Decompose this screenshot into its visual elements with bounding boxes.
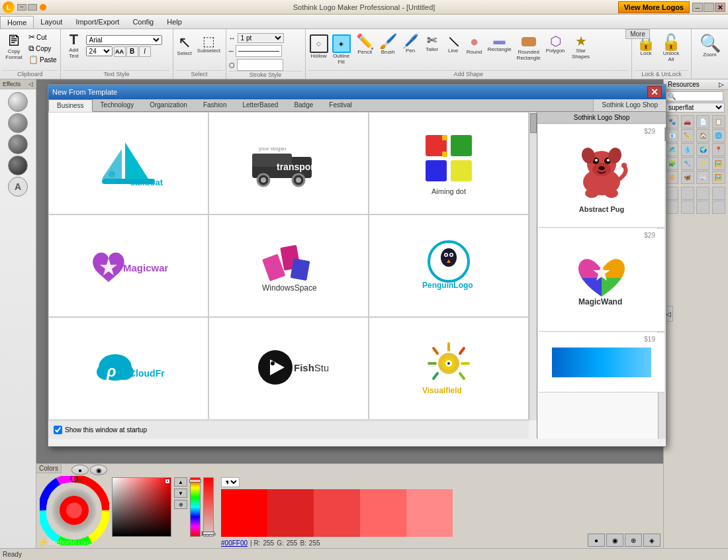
resource-icon-15[interactable]: ⚡ — [696, 157, 709, 170]
outlinefill-button[interactable]: ◈ Outline Fill — [331, 33, 352, 66]
wintitle-minimize[interactable]: ─ — [692, 3, 703, 12]
rectangle-button[interactable]: ▬ Rectangle — [486, 33, 513, 54]
star-button[interactable]: ★ Star Shapes — [569, 33, 593, 61]
resource-icon-25[interactable] — [665, 201, 678, 214]
tab-technology[interactable]: Technology — [93, 99, 142, 111]
tab-festival[interactable]: Festival — [321, 99, 359, 111]
resource-icon-3[interactable]: 📄 — [696, 115, 709, 128]
color-action-2[interactable]: ◉ — [606, 534, 623, 547]
resource-icon-11[interactable]: 🌍 — [696, 143, 709, 156]
resource-icon-14[interactable]: 🔧 — [681, 157, 694, 170]
resource-icon-7[interactable]: 🏠 — [696, 129, 709, 142]
resources-search[interactable] — [665, 91, 723, 101]
wintitle-close[interactable]: ✕ — [715, 3, 725, 12]
resource-icon-21[interactable] — [665, 187, 678, 200]
resource-icon-28[interactable] — [712, 201, 725, 214]
copy-format-button[interactable]: 🖹 Copy Format — [2, 32, 26, 62]
swatch-2[interactable] — [267, 489, 314, 537]
view-more-button[interactable]: View More Logos — [618, 1, 690, 13]
stroke-line-select[interactable] — [236, 45, 282, 57]
menu-home[interactable]: Home — [0, 16, 34, 28]
select-button[interactable]: ↖ Select — [176, 33, 193, 70]
effects-collapse[interactable]: ◁ — [28, 81, 33, 87]
template-aiming-dot[interactable]: Aiming dot — [369, 112, 529, 214]
picker-down-btn[interactable]: ▼ — [174, 489, 187, 498]
resource-icon-18[interactable]: 🦋 — [681, 171, 694, 184]
color-btn-2[interactable]: ◉ — [90, 465, 107, 475]
tab-organization[interactable]: Organization — [142, 99, 195, 111]
effect-blur[interactable] — [8, 134, 28, 154]
tab-fashion[interactable]: Fashion — [195, 99, 235, 111]
swatch-4[interactable] — [360, 489, 406, 537]
resource-icon-13[interactable]: 🧩 — [665, 157, 678, 170]
swatch-1[interactable] — [221, 489, 267, 537]
resource-icon-12[interactable]: 📍 — [712, 143, 725, 156]
resource-icon-17[interactable]: 🔅 — [665, 171, 678, 184]
add-text-button[interactable]: T AddText — [64, 30, 85, 61]
resource-icon-6[interactable]: ✏️ — [681, 129, 694, 142]
dialog-close-button[interactable]: ✕ — [647, 86, 662, 98]
hex-value[interactable]: #00FF00 — [221, 539, 248, 547]
resource-icon-10[interactable]: 💧 — [681, 143, 694, 156]
text-italic-i[interactable]: I — [139, 46, 151, 57]
template-magicwand[interactable]: Magicwand — [48, 214, 208, 317]
brush-button[interactable]: 🖌️ Brush — [378, 33, 398, 56]
effect-glow[interactable] — [8, 113, 28, 133]
hue-slider[interactable] — [190, 477, 201, 537]
color-mode-select[interactable]: ▼ — [221, 477, 240, 487]
tab-shop[interactable]: Sothink Logo Shop — [593, 99, 666, 111]
color-action-1[interactable]: ● — [588, 534, 605, 547]
stroke-width-select[interactable]: 1 pt — [238, 33, 284, 43]
resource-icon-2[interactable]: 🚗 — [681, 115, 694, 128]
resource-icon-20[interactable]: 🖼️ — [712, 171, 725, 184]
effect-text-a[interactable]: A — [8, 177, 28, 197]
copy-button[interactable]: ⧉ Copy — [27, 43, 58, 54]
tab-letterbased[interactable]: LetterBased — [234, 99, 286, 111]
resource-icon-27[interactable] — [696, 201, 709, 214]
font-size-select[interactable]: 24 — [86, 46, 113, 56]
tailor-button[interactable]: ✄ Tailor — [423, 33, 441, 54]
pick-icon[interactable]: ⊕ — [174, 500, 187, 509]
resource-icon-9[interactable]: 🗺️ — [665, 143, 678, 156]
color-action-3[interactable]: ⊕ — [625, 534, 642, 547]
stroke-arrow-select[interactable] — [237, 59, 283, 71]
template-penguinlogo[interactable]: PenguinLogo — [369, 214, 529, 317]
menu-config[interactable]: Config — [126, 16, 160, 28]
color-action-4[interactable]: ◈ — [643, 534, 660, 547]
swatch-3[interactable] — [314, 489, 360, 537]
color-btn-1[interactable]: ● — [71, 465, 89, 475]
resource-icon-26[interactable] — [681, 201, 694, 214]
template-fishstudio[interactable]: FishStudio — [208, 317, 369, 420]
template-cloudfrom[interactable]: ρ CloudFrom — [48, 317, 208, 420]
effect-shadow[interactable] — [8, 92, 28, 112]
template-sailboat[interactable]: sailboat — [48, 112, 208, 214]
resource-icon-19[interactable]: 📰 — [696, 171, 709, 184]
text-bold-aa[interactable]: AA — [114, 46, 126, 57]
template-windowsspace[interactable]: WindowsSpace — [208, 214, 369, 317]
resources-expand[interactable]: ▷ — [719, 81, 724, 88]
text-bold-b[interactable]: B — [126, 46, 138, 57]
opacity-slider[interactable] — [203, 477, 214, 537]
resource-icon-4[interactable]: 📋 — [712, 115, 725, 128]
resource-icon-22[interactable] — [681, 187, 694, 200]
style-dropdown[interactable]: superflat — [665, 103, 725, 113]
menu-layout[interactable]: Layout — [34, 16, 69, 28]
resource-icon-24[interactable] — [712, 187, 725, 200]
tab-badge[interactable]: Badge — [286, 99, 321, 111]
hollow-button[interactable]: ◇ Hollow — [308, 33, 330, 66]
pen-button[interactable]: 🖊️ Pen — [401, 33, 420, 55]
resource-icon-8[interactable]: 🌐 — [712, 129, 725, 142]
menu-help[interactable]: Help — [160, 16, 189, 28]
effect-gradient[interactable] — [8, 156, 28, 175]
zoom-button[interactable]: 🔍 Zoom — [698, 33, 722, 59]
tab-business[interactable]: Business — [48, 99, 93, 112]
resource-icon-1[interactable]: 🐾 — [665, 115, 678, 128]
wintitle-maximize[interactable] — [704, 3, 714, 12]
picker-up-btn[interactable]: ▲ — [174, 477, 187, 487]
cut-button[interactable]: ✂ Cut — [27, 32, 58, 42]
template-visualfield[interactable]: Visualfield — [369, 317, 529, 420]
shop-item-magicwand[interactable]: $29 MagicWand — [539, 229, 664, 332]
resource-icon-23[interactable] — [696, 187, 709, 200]
subselect-button[interactable]: ⬚ Subselect — [196, 33, 222, 70]
unlock-button[interactable]: 🔓 Unlock All — [660, 33, 682, 64]
